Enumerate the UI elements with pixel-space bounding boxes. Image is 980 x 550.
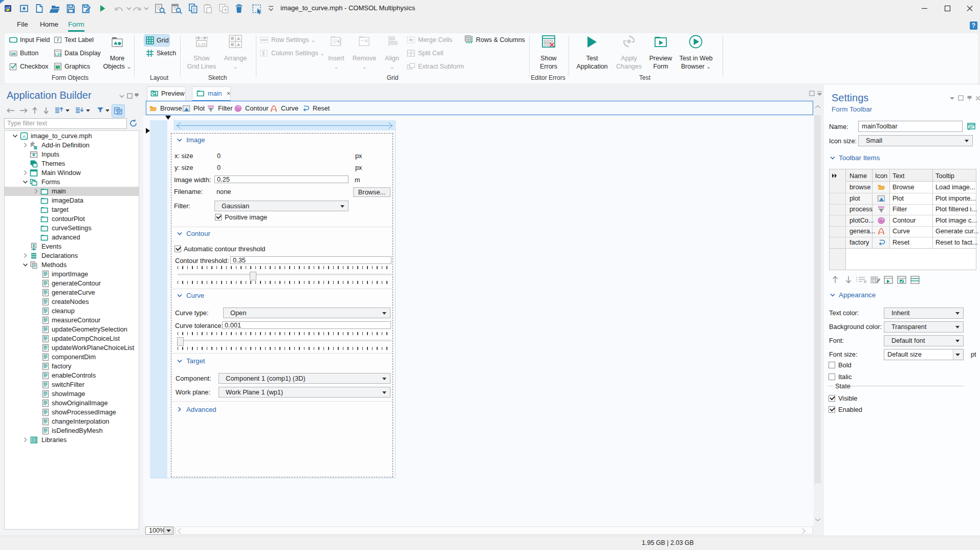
svg-text:T: T xyxy=(56,37,59,42)
svg-text:1.23: 1.23 xyxy=(198,42,206,47)
svg-text:OK: OK xyxy=(11,52,16,56)
svg-text:1.23: 1.23 xyxy=(55,53,61,56)
